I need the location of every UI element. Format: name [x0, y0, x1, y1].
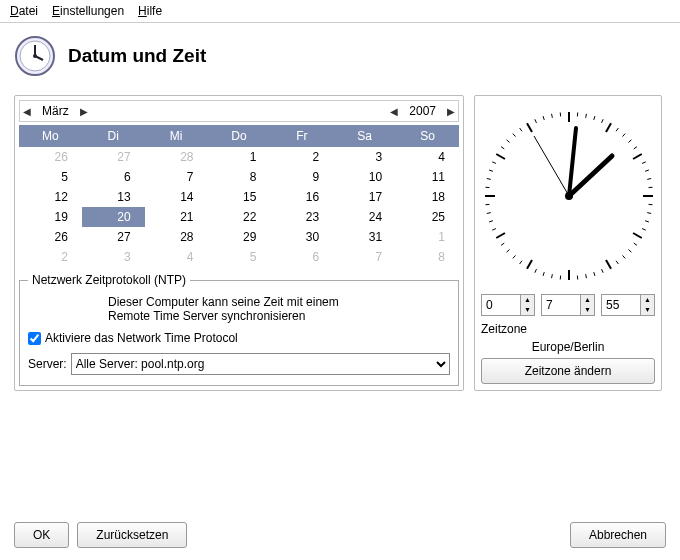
day-cell[interactable]: 19 [19, 207, 82, 227]
second-hand [534, 136, 569, 196]
svg-line-39 [535, 269, 537, 273]
svg-line-8 [594, 116, 595, 120]
day-cell[interactable]: 6 [270, 247, 333, 267]
day-cell[interactable]: 21 [145, 207, 208, 227]
svg-line-23 [645, 221, 649, 222]
day-cell[interactable]: 4 [145, 247, 208, 267]
day-cell[interactable]: 28 [145, 147, 208, 167]
next-year-button[interactable]: ▶ [444, 106, 458, 117]
minute-spinner[interactable]: ▲▼ [541, 294, 595, 316]
change-timezone-button[interactable]: Zeitzone ändern [481, 358, 655, 384]
ntp-enable-checkbox[interactable] [28, 332, 41, 345]
next-month-button[interactable]: ▶ [77, 106, 91, 117]
day-cell[interactable]: 11 [396, 167, 459, 187]
ntp-checkbox-label: Aktiviere das Network Time Protocol [45, 331, 238, 345]
menu-settings[interactable]: Einstellungen [52, 4, 124, 18]
svg-line-25 [633, 233, 642, 238]
day-cell[interactable]: 7 [145, 167, 208, 187]
svg-line-9 [602, 119, 604, 123]
svg-line-31 [602, 269, 604, 273]
day-cell[interactable]: 28 [145, 227, 208, 247]
day-cell[interactable]: 18 [396, 187, 459, 207]
hour-input[interactable] [482, 295, 520, 315]
day-cell[interactable]: 27 [82, 227, 145, 247]
down-arrow-icon[interactable]: ▼ [581, 305, 594, 315]
svg-line-54 [492, 162, 496, 164]
svg-line-30 [606, 260, 611, 269]
timezone-value: Europe/Berlin [481, 340, 655, 354]
day-cell[interactable]: 5 [208, 247, 271, 267]
reset-button[interactable]: Zurücksetzen [77, 522, 187, 548]
day-cell[interactable]: 27 [82, 147, 145, 167]
svg-line-55 [496, 154, 505, 159]
second-input[interactable] [602, 295, 640, 315]
weekday-header: Fr [270, 125, 333, 147]
day-cell-selected[interactable]: 20 [82, 207, 145, 227]
day-cell[interactable]: 26 [19, 227, 82, 247]
clock-icon [14, 35, 56, 77]
minute-input[interactable] [542, 295, 580, 315]
svg-line-52 [487, 179, 491, 180]
footer: OK Zurücksetzen Abbrechen [14, 522, 666, 548]
svg-line-33 [586, 274, 587, 278]
day-cell[interactable]: 1 [396, 227, 459, 247]
svg-line-53 [489, 170, 493, 171]
svg-line-56 [501, 147, 504, 149]
day-cell[interactable]: 25 [396, 207, 459, 227]
day-cell[interactable]: 15 [208, 187, 271, 207]
svg-line-42 [513, 255, 516, 258]
day-cell[interactable]: 29 [208, 227, 271, 247]
server-select[interactable]: Alle Server: pool.ntp.org [71, 353, 450, 375]
day-cell[interactable]: 26 [19, 147, 82, 167]
server-label: Server: [28, 357, 67, 371]
menu-file[interactable]: Datei [10, 4, 38, 18]
day-cell[interactable]: 5 [19, 167, 82, 187]
day-cell[interactable]: 3 [82, 247, 145, 267]
cancel-button[interactable]: Abbrechen [570, 522, 666, 548]
month-nav: ◀ März ▶ ◀ 2007 ▶ [19, 100, 459, 122]
day-cell[interactable]: 10 [333, 167, 396, 187]
svg-line-11 [616, 128, 618, 131]
day-cell[interactable]: 13 [82, 187, 145, 207]
svg-line-60 [527, 123, 532, 132]
day-cell[interactable]: 14 [145, 187, 208, 207]
day-cell[interactable]: 31 [333, 227, 396, 247]
svg-line-59 [520, 128, 522, 131]
prev-year-button[interactable]: ◀ [387, 106, 401, 117]
day-cell[interactable]: 2 [19, 247, 82, 267]
svg-line-16 [642, 162, 646, 164]
day-cell[interactable]: 8 [208, 167, 271, 187]
day-cell[interactable]: 24 [333, 207, 396, 227]
up-arrow-icon[interactable]: ▲ [521, 295, 534, 305]
svg-line-37 [552, 274, 553, 278]
menu-help[interactable]: Hilfe [138, 4, 162, 18]
day-cell[interactable]: 7 [333, 247, 396, 267]
down-arrow-icon[interactable]: ▼ [521, 305, 534, 315]
hour-spinner[interactable]: ▲▼ [481, 294, 535, 316]
svg-line-47 [489, 221, 493, 222]
day-cell[interactable]: 1 [208, 147, 271, 167]
day-cell[interactable]: 4 [396, 147, 459, 167]
prev-month-button[interactable]: ◀ [20, 106, 34, 117]
ok-button[interactable]: OK [14, 522, 69, 548]
day-cell[interactable]: 2 [270, 147, 333, 167]
svg-line-10 [606, 123, 611, 132]
up-arrow-icon[interactable]: ▲ [641, 295, 654, 305]
svg-line-58 [513, 134, 516, 137]
day-cell[interactable]: 6 [82, 167, 145, 187]
day-cell[interactable]: 12 [19, 187, 82, 207]
day-cell[interactable]: 22 [208, 207, 271, 227]
svg-line-43 [507, 250, 510, 253]
down-arrow-icon[interactable]: ▼ [641, 305, 654, 315]
svg-line-32 [594, 272, 595, 276]
up-arrow-icon[interactable]: ▲ [581, 295, 594, 305]
day-cell[interactable]: 3 [333, 147, 396, 167]
day-cell[interactable]: 17 [333, 187, 396, 207]
day-cell[interactable]: 30 [270, 227, 333, 247]
day-cell[interactable]: 8 [396, 247, 459, 267]
day-cell[interactable]: 16 [270, 187, 333, 207]
day-cell[interactable]: 23 [270, 207, 333, 227]
menubar: Datei Einstellungen Hilfe [0, 0, 680, 23]
day-cell[interactable]: 9 [270, 167, 333, 187]
second-spinner[interactable]: ▲▼ [601, 294, 655, 316]
